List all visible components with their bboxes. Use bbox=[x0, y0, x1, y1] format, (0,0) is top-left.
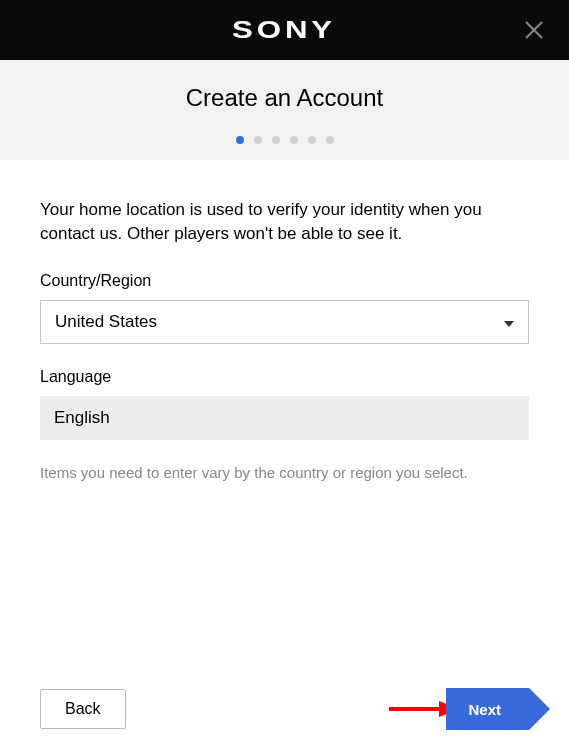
country-label: Country/Region bbox=[40, 272, 529, 290]
next-button-wrap: Next bbox=[446, 688, 529, 730]
step-dot bbox=[236, 136, 244, 144]
header-bar: SONY bbox=[0, 0, 569, 60]
step-dot bbox=[272, 136, 280, 144]
language-value: English bbox=[54, 408, 110, 428]
language-field: English bbox=[40, 396, 529, 440]
sony-logo: SONY bbox=[232, 16, 336, 44]
main-content: Your home location is used to verify you… bbox=[0, 160, 569, 481]
next-button[interactable]: Next bbox=[446, 688, 529, 730]
progress-dots bbox=[0, 136, 569, 144]
svg-marker-2 bbox=[504, 321, 514, 327]
step-dot bbox=[290, 136, 298, 144]
intro-text: Your home location is used to verify you… bbox=[40, 198, 529, 246]
hint-text: Items you need to enter vary by the coun… bbox=[40, 464, 529, 481]
country-value: United States bbox=[55, 312, 157, 332]
close-icon bbox=[523, 19, 545, 41]
footer-buttons: Back Next bbox=[40, 688, 529, 730]
step-dot bbox=[254, 136, 262, 144]
language-label: Language bbox=[40, 368, 529, 386]
page-title: Create an Account bbox=[0, 84, 569, 112]
subheader: Create an Account bbox=[0, 60, 569, 160]
step-dot bbox=[308, 136, 316, 144]
step-dot bbox=[326, 136, 334, 144]
chevron-down-icon bbox=[504, 313, 514, 331]
back-button[interactable]: Back bbox=[40, 689, 126, 729]
country-select[interactable]: United States bbox=[40, 300, 529, 344]
close-button[interactable] bbox=[523, 19, 545, 41]
